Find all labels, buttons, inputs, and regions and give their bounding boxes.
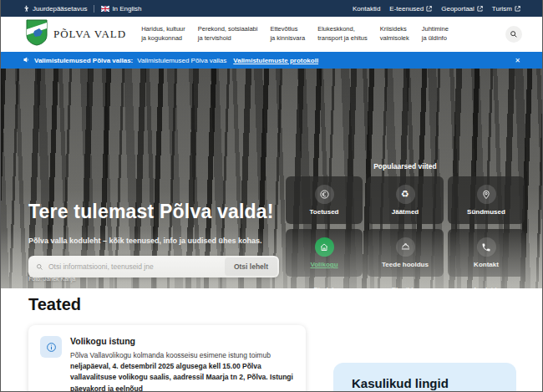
- alert-banner: Valimistulemused Põlva vallas: Valimistu…: [1, 52, 542, 69]
- tile-teede-hooldus[interactable]: Teede hooldus: [367, 229, 444, 277]
- teated-heading: Teated: [28, 295, 81, 314]
- content-section: Teated Volikogu istung Põlva Vallavoliko…: [1, 288, 542, 392]
- main-nav: Haridus, kultuur ja kogukonnad Perekond,…: [141, 25, 505, 43]
- euro-coin-icon: [315, 185, 334, 204]
- site-name: PÕLVA VALD: [53, 28, 126, 41]
- hero-section: Tere tulemast Põlva valda! Põlva valla k…: [1, 69, 542, 288]
- site-search-input[interactable]: [48, 262, 220, 271]
- announcement-icon: [23, 56, 30, 65]
- external-link-icon: [515, 6, 520, 12]
- tile-label: Sündmused: [467, 208, 505, 216]
- tile-label: Toetused: [310, 208, 339, 216]
- phone-icon: [477, 237, 496, 257]
- tile-kontakt[interactable]: Kontakt: [448, 229, 525, 277]
- tile-label: Volikogu: [310, 261, 337, 268]
- language-switch[interactable]: In English: [101, 5, 141, 13]
- nav-label: Kriisideks: [380, 25, 407, 33]
- helmet-icon: [396, 237, 415, 257]
- home-icon: [315, 237, 334, 257]
- tile-toetused[interactable]: Toetused: [286, 176, 363, 224]
- topbar-link-label: E-teenused: [389, 5, 424, 13]
- external-link-icon: [426, 6, 432, 12]
- external-link-icon: [477, 6, 483, 12]
- hero-search-bar: Otsi lehelt: [28, 256, 279, 277]
- nav-label: Perekond, sotsiaalabi: [198, 25, 258, 33]
- site-logo[interactable]: PÕLVA VALD: [26, 19, 126, 49]
- close-icon[interactable]: ✕: [515, 57, 520, 64]
- topbar: Juurdepääsetavus In English Kontaktid E-…: [1, 0, 542, 17]
- topbar-link-turism[interactable]: Turism: [492, 5, 520, 13]
- alert-bold-text: Valimistulemused Põlva vallas:: [34, 57, 133, 64]
- tile-label: Jäätmed: [392, 208, 419, 216]
- nav-label: ja kinnisvara: [270, 34, 305, 42]
- nav-label: Juhtimine: [422, 25, 449, 33]
- nav-item-juhtimine[interactable]: Juhtimine ja üldinfo: [422, 25, 449, 43]
- nav-label: ja tervishoid: [198, 34, 231, 42]
- alert-text: Valimistulemused Põlva vallas: [137, 57, 226, 64]
- notice-title: Volikogu istung: [70, 336, 294, 346]
- main-header: PÕLVA VALD Haridus, kultuur ja kogukonna…: [1, 17, 542, 52]
- topbar-link-eteenused[interactable]: E-teenused: [389, 5, 432, 13]
- nav-label: Ettevõtlus: [270, 25, 297, 33]
- alert-protocol-link[interactable]: Valimistulemuste protokoll: [233, 57, 318, 64]
- accessibility-label: Juurdepääsetavus: [33, 5, 87, 13]
- nav-label: valmisolek: [380, 34, 409, 42]
- nav-label: ja üldinfo: [422, 34, 447, 42]
- polva-vald-homepage: Juurdepääsetavus In English Kontaktid E-…: [0, 0, 543, 392]
- nav-label: ja kogukonnad: [141, 34, 182, 42]
- tile-volikogu[interactable]: Volikogu: [286, 229, 363, 277]
- topbar-link-geoportaal[interactable]: Geoportaal: [441, 5, 483, 13]
- hero-title: Tere tulemast Põlva valda!: [28, 201, 274, 223]
- notice-text: Põlva Vallavolikogu kolmanda koosseisu e…: [70, 351, 271, 359]
- language-label: In English: [112, 5, 141, 13]
- recycle-icon: ♻: [396, 185, 415, 204]
- nav-label: Haridus, kultuur: [141, 25, 185, 33]
- notice-body: Põlva Vallavolikogu kolmanda koosseisu e…: [70, 350, 294, 392]
- nav-item-ettevotlus[interactable]: Ettevõtlus ja kinnisvara: [270, 25, 305, 43]
- tile-jaatmed[interactable]: ♻ Jäätmed: [367, 176, 444, 224]
- notice-content: Volikogu istung Põlva Vallavolikogu kolm…: [70, 336, 294, 392]
- accessibility-icon: [23, 5, 30, 13]
- search-submit-button[interactable]: Otsi lehelt: [225, 257, 277, 276]
- search-icon: [36, 259, 43, 274]
- useful-links-panel: Kasulikud lingid: [333, 363, 516, 392]
- header-search-button[interactable]: [505, 26, 522, 43]
- nav-item-perekond[interactable]: Perekond, sotsiaalabi ja tervishoid: [198, 25, 258, 43]
- map-pin-icon: [477, 185, 496, 204]
- nav-label: Elukeskkond,: [317, 25, 355, 33]
- quicklinks-title: Populaarsed viited: [286, 162, 525, 171]
- topbar-link-label: Geoportaal: [441, 5, 474, 13]
- coat-of-arms-icon: [26, 19, 48, 49]
- tile-label: Kontakt: [474, 261, 499, 268]
- nav-item-elukeskkond[interactable]: Elukeskkond, transport ja ehitus: [317, 25, 368, 43]
- useful-links-heading: Kasulikud lingid: [352, 376, 516, 390]
- tile-label: Teede hooldus: [382, 261, 429, 268]
- search-icon: [510, 28, 518, 41]
- topbar-link-label: Turism: [492, 5, 512, 13]
- topbar-divider: [94, 5, 94, 13]
- nav-label: transport ja ehitus: [317, 34, 368, 42]
- accessibility-link[interactable]: Juurdepääsetavus: [23, 5, 87, 13]
- hero-subtitle: Põlva valla koduleht – kõik teenused, in…: [28, 237, 262, 245]
- quicklink-tiles: Toetused ♻ Jäätmed Sündmused Volikogu: [286, 176, 525, 277]
- uk-flag-icon: [101, 6, 109, 12]
- topbar-link-kontaktid[interactable]: Kontaktid: [353, 5, 380, 13]
- photo-credit: Foto: Janek Kanja: [28, 276, 75, 282]
- nav-item-haridus[interactable]: Haridus, kultuur ja kogukonnad: [141, 25, 185, 43]
- tile-sundmused[interactable]: Sündmused: [448, 176, 525, 224]
- notice-text-bold: neljapäeval, 4. detsembril 2025 algusega…: [70, 362, 268, 381]
- nav-item-kriisideks[interactable]: Kriisideks valmisolek: [380, 25, 409, 43]
- topbar-link-label: Kontaktid: [353, 5, 380, 13]
- notice-card[interactable]: Volikogu istung Põlva Vallavolikogu kolm…: [28, 325, 306, 392]
- info-icon: [40, 336, 62, 358]
